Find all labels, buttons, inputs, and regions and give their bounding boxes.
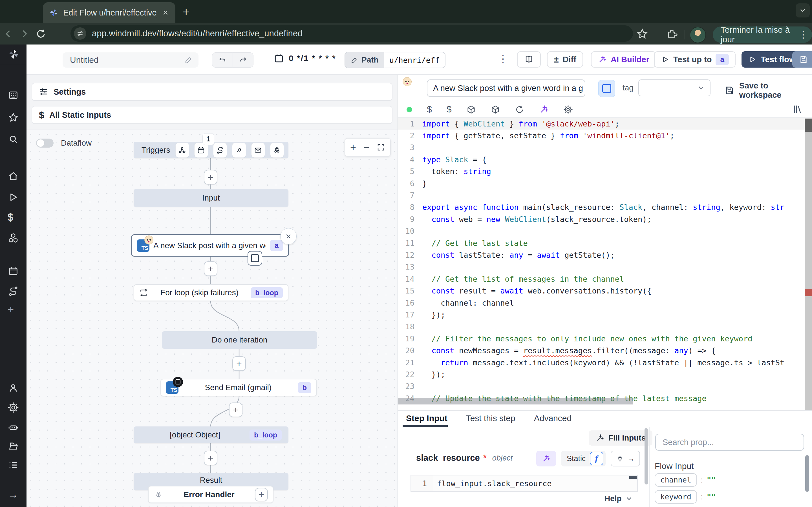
code-line[interactable]: 23 (398, 381, 812, 392)
docs-button[interactable] (517, 51, 541, 68)
package-icon[interactable] (466, 105, 476, 114)
tab-test-this-step[interactable]: Test this step (466, 413, 515, 423)
new-tab-button[interactable]: + (183, 6, 190, 18)
code-line[interactable]: 11 // Get the last state (398, 237, 812, 249)
code-line[interactable]: 16 channel: channel (398, 297, 812, 309)
tab-step-input[interactable]: Step Input (406, 413, 448, 423)
variables-icon[interactable]: $ (427, 104, 432, 115)
code-line[interactable]: 7 (398, 189, 812, 201)
add-step-button[interactable]: + (204, 170, 217, 184)
resources-icon[interactable]: $ (447, 104, 452, 115)
fit-view-button[interactable] (377, 143, 385, 152)
scrollbar-thumb[interactable] (805, 119, 812, 132)
kafka-icon[interactable] (270, 143, 284, 158)
javascript-expr-button[interactable]: f (590, 452, 603, 465)
schedule-trigger-icon[interactable]: 1 (194, 143, 208, 158)
sidebar-item-account[interactable] (8, 383, 19, 394)
diff-button[interactable]: ± Diff (547, 51, 583, 68)
code-line[interactable]: 2import { getState, setState } from 'win… (398, 129, 812, 142)
ai-assist-wand-icon[interactable] (539, 105, 549, 114)
webhook-icon[interactable] (175, 143, 189, 158)
url-bar[interactable]: app.windmill.dev/flows/edit/u/henri/effe… (70, 25, 633, 42)
redo-button[interactable] (233, 52, 253, 68)
for-loop-node[interactable]: For loop (skip failures) b_loop (134, 284, 289, 301)
tag-select[interactable] (638, 79, 711, 96)
sidebar-item-runs[interactable] (8, 191, 19, 203)
fill-inputs-button[interactable]: Fill inputs (589, 431, 652, 446)
reload-button[interactable] (33, 29, 49, 39)
static-expr-toggle[interactable]: Static f (561, 451, 606, 466)
http-route-icon[interactable] (213, 143, 227, 158)
ai-builder-button[interactable]: AI Builder (591, 51, 656, 68)
extensions-icon[interactable] (666, 28, 678, 40)
sidebar-item-folders[interactable] (8, 440, 19, 452)
flow-graph[interactable]: Dataflow + − Triggers 1 (27, 129, 398, 507)
code-line[interactable]: 8export async function main(slack_resour… (398, 202, 812, 213)
code-line[interactable]: 10 (398, 225, 812, 237)
path-field[interactable]: Path u/henri/eff (345, 52, 446, 68)
zoom-out-button[interactable]: − (363, 142, 369, 153)
code-line[interactable]: 15 const result = await web.conversation… (398, 285, 812, 297)
tab-search-chevron-icon[interactable] (796, 3, 810, 17)
sidebar-collapse-arrow-icon[interactable]: → (8, 489, 18, 501)
step-summary-input[interactable]: A new Slack post with a given word in a … (427, 79, 585, 97)
more-options-kebab-icon[interactable]: ⋮ (498, 53, 508, 65)
forward-button[interactable] (16, 29, 33, 39)
code-line[interactable]: 1import { WebClient } from '@slack/web-a… (398, 118, 812, 129)
all-static-inputs-row[interactable]: $ All Static Inputs (32, 106, 393, 124)
add-step-button[interactable]: + (232, 356, 246, 371)
sidebar-item-add[interactable]: + (8, 304, 14, 316)
library-icon[interactable] (792, 104, 802, 114)
code-line[interactable]: 3 (398, 142, 812, 154)
code-line[interactable]: 5 token: string (398, 166, 812, 177)
reload-script-icon[interactable] (515, 105, 524, 114)
sidebar-item-search[interactable] (8, 133, 19, 145)
sidebar-item-settings[interactable] (8, 402, 19, 413)
slack-step-node[interactable]: TS A new Slack post with a given wor... … (131, 234, 289, 257)
add-error-handler-button[interactable]: + (255, 488, 268, 501)
diff-mode-toggle[interactable] (598, 80, 615, 97)
email-trigger-icon[interactable] (251, 143, 265, 158)
prop-name-pill[interactable]: keyword (655, 490, 697, 504)
code-line[interactable]: 9 const web = new WebClient(slack_resour… (398, 213, 812, 225)
editor-scrollbar[interactable] (805, 118, 812, 411)
delete-step-button[interactable] (280, 228, 297, 244)
tab-close-icon[interactable] (162, 9, 169, 16)
arg-ai-wand-button[interactable] (536, 451, 556, 466)
windmill-sidebar-logo-icon[interactable] (8, 48, 20, 60)
sidebar-item-logs[interactable] (8, 459, 19, 471)
profile-avatar[interactable] (690, 27, 706, 43)
collect-result-node[interactable]: [object Object] b_loop (134, 427, 289, 443)
sidebar-item-apps[interactable] (8, 90, 19, 101)
code-line[interactable]: 20 const newMessages = result.messages.f… (398, 344, 812, 356)
expr-editor[interactable]: 1 flow_input.slack_resource (410, 475, 638, 492)
package-icon[interactable] (491, 105, 500, 114)
code-line[interactable]: 18 (398, 321, 812, 333)
undo-button[interactable] (212, 52, 233, 68)
add-step-button[interactable]: + (204, 262, 217, 276)
prop-row[interactable]: keyword:"" (655, 490, 774, 504)
flow-name-field[interactable]: Untitled (63, 52, 199, 68)
schedule-summary[interactable]: 0 */1 * * * * (273, 53, 336, 64)
sidebar-item-resources[interactable] (8, 232, 19, 244)
sidebar-item-home[interactable] (8, 171, 19, 182)
dataflow-toggle[interactable] (36, 138, 54, 148)
browser-tab[interactable]: Edit Flow u/henri/effective_un (43, 2, 175, 23)
sidebar-item-variables[interactable]: $ (8, 212, 13, 223)
code-line[interactable]: 14 // Get the list of messages in the ch… (398, 273, 812, 285)
code-line[interactable]: 19 // Filter the messages to only includ… (398, 333, 812, 344)
code-line[interactable]: 17 }); (398, 309, 812, 321)
do-one-iteration-node[interactable]: Do one iteration (162, 331, 317, 349)
add-step-button[interactable]: + (204, 451, 217, 465)
send-email-node[interactable]: TS Send Email (gmail) b (160, 379, 317, 396)
connect-input-button[interactable]: → (611, 451, 640, 466)
settings-row[interactable]: Settings (32, 83, 393, 101)
zoom-in-button[interactable]: + (350, 142, 356, 153)
search-prop-input[interactable]: Search prop... (655, 434, 804, 451)
input-node[interactable]: Input (134, 189, 289, 207)
horizontal-scrollbar[interactable] (398, 398, 633, 404)
code-line[interactable]: 21 return message.text.includes(keyword)… (398, 356, 812, 369)
browser-menu-kebab-icon[interactable]: ⋮ (799, 29, 808, 40)
code-line[interactable]: 6} (398, 177, 812, 189)
add-step-button[interactable]: + (229, 402, 243, 417)
